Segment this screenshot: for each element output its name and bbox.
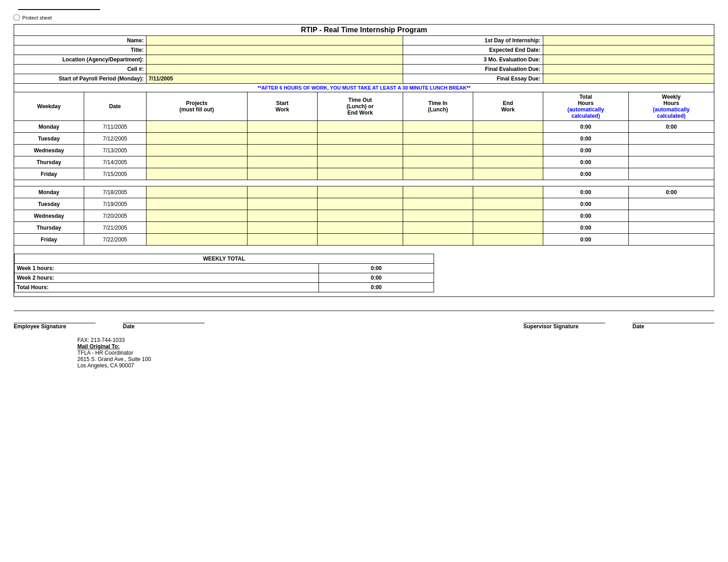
w2-tue-timeout[interactable] (317, 198, 403, 210)
title-bar-line (18, 9, 100, 10)
w1-tue-weekday: Tuesday (14, 133, 84, 145)
payroll-row: Start of Payroll Period (Monday): 7/11/2… (14, 74, 714, 84)
w2-thu-timeout[interactable] (317, 222, 403, 234)
w1-tue-start[interactable] (247, 133, 317, 145)
w2-mon-timeout[interactable] (317, 186, 403, 198)
w1-wed-timein[interactable] (403, 145, 473, 156)
employee-sig-pair: Employee Signature Date (14, 315, 205, 330)
w1-thu-timein[interactable] (403, 156, 473, 168)
w1-tue-end[interactable] (473, 133, 543, 145)
w1-tue-timein[interactable] (403, 133, 473, 145)
week1-thursday-row: Thursday 7/14/2005 0:00 (14, 156, 714, 168)
weekly-total-table: WEEKLY TOTAL Week 1 hours: 0:00 Week 2 h… (14, 254, 434, 292)
w2-wed-date: 7/20/2005 (84, 210, 146, 222)
w1-thu-date: 7/14/2005 (84, 156, 146, 168)
w1-tue-timeout[interactable] (317, 133, 403, 145)
w1-mon-weekday: Monday (14, 121, 84, 133)
expected-end-input[interactable] (543, 45, 714, 55)
name-input[interactable] (146, 36, 403, 45)
mail-line2: 2615 S. Grand Ave., Suite 100 (77, 356, 714, 362)
w1-mon-timeout[interactable] (317, 121, 403, 133)
w2-tue-end[interactable] (473, 198, 543, 210)
fax-line: FAX: 213-744-1033 (77, 337, 714, 343)
first-day-input[interactable] (543, 36, 714, 45)
w2-wed-projects[interactable] (146, 210, 247, 222)
w1-mon-projects[interactable] (146, 121, 247, 133)
w2-tue-timein[interactable] (403, 198, 473, 210)
eval-3mo-input[interactable] (543, 55, 714, 65)
w2-fri-timeout[interactable] (317, 234, 403, 246)
title-field-row: Title: Expected End Date: (14, 45, 714, 55)
form-title: RTIP - Real Time Internship Program (14, 25, 714, 36)
col-total-hours: TotalHours(automaticallycalculated) (543, 92, 628, 121)
title-input[interactable] (146, 45, 403, 55)
footer-section: FAX: 213-744-1033 Mail Original To: TFLA… (77, 337, 714, 369)
w1-wed-projects[interactable] (146, 145, 247, 156)
w2-thu-end[interactable] (473, 222, 543, 234)
w1-wed-start[interactable] (247, 145, 317, 156)
w1-thu-projects[interactable] (146, 156, 247, 168)
w2-thu-date: 7/21/2005 (84, 222, 146, 234)
w2-fri-start[interactable] (247, 234, 317, 246)
w1-tue-projects[interactable] (146, 133, 247, 145)
w1-thu-end[interactable] (473, 156, 543, 168)
w2-fri-end[interactable] (473, 234, 543, 246)
w1-fri-date: 7/15/2005 (84, 168, 146, 180)
w1-fri-timeout[interactable] (317, 168, 403, 180)
w2-mon-weekly: 0:00 (628, 186, 714, 198)
w1-mon-timein[interactable] (403, 121, 473, 133)
location-input[interactable] (146, 55, 403, 65)
w2-mon-end[interactable] (473, 186, 543, 198)
w1-thu-total: 0:00 (543, 156, 628, 168)
location-row: Location (Agency/Department): 3 Mo. Eval… (14, 55, 714, 65)
w1-thu-weekday: Thursday (14, 156, 84, 168)
w2-thu-projects[interactable] (146, 222, 247, 234)
w2-thu-timein[interactable] (403, 222, 473, 234)
w1-thu-timeout[interactable] (317, 156, 403, 168)
w2-thu-start[interactable] (247, 222, 317, 234)
w1-wed-weekly (628, 145, 714, 156)
w2-mon-start[interactable] (247, 186, 317, 198)
w1-fri-start[interactable] (247, 168, 317, 180)
w2-mon-projects[interactable] (146, 186, 247, 198)
w2-wed-timeout[interactable] (317, 210, 403, 222)
protect-sheet-checkbox-row[interactable]: Protect sheet (14, 15, 714, 20)
w2-tue-projects[interactable] (146, 198, 247, 210)
w2-fri-timein[interactable] (403, 234, 473, 246)
week1-tuesday-row: Tuesday 7/12/2005 0:00 (14, 133, 714, 145)
w1-fri-end[interactable] (473, 168, 543, 180)
w1-wed-timeout[interactable] (317, 145, 403, 156)
main-table: RTIP - Real Time Internship Program Name… (14, 24, 714, 297)
w1-fri-timein[interactable] (403, 168, 473, 180)
final-eval-input[interactable] (543, 65, 714, 74)
w2-tue-date: 7/19/2005 (84, 198, 146, 210)
title-label: Title: (14, 45, 147, 55)
protect-sheet-checkbox[interactable] (14, 15, 20, 20)
column-headers-row: Weekday Date Projects(must fill out) Sta… (14, 92, 714, 121)
w2-thu-total: 0:00 (543, 222, 628, 234)
cell-row: Cell #: Final Evaluation Due: (14, 65, 714, 74)
cell-input[interactable] (146, 65, 403, 74)
w2-wed-start[interactable] (247, 210, 317, 222)
final-essay-input[interactable] (543, 74, 714, 84)
w1-mon-end[interactable] (473, 121, 543, 133)
w2-wed-end[interactable] (473, 210, 543, 222)
employee-sig-item: Employee Signature (14, 315, 96, 330)
payroll-value[interactable]: 7/11/2005 (146, 74, 403, 84)
w2-wed-timein[interactable] (403, 210, 473, 222)
w1-wed-end[interactable] (473, 145, 543, 156)
bottom-spacer-row (14, 292, 714, 297)
col-end-work: EndWork (473, 92, 543, 121)
wt-week1-value: 0:00 (319, 263, 434, 273)
w1-thu-start[interactable] (247, 156, 317, 168)
w2-tue-start[interactable] (247, 198, 317, 210)
w1-fri-projects[interactable] (146, 168, 247, 180)
week2-tuesday-row: Tuesday 7/19/2005 0:00 (14, 198, 714, 210)
w1-tue-total: 0:00 (543, 133, 628, 145)
final-essay-label: Final Essay Due: (403, 74, 543, 84)
cell-label: Cell #: (14, 65, 147, 74)
w2-mon-timein[interactable] (403, 186, 473, 198)
w1-mon-start[interactable] (247, 121, 317, 133)
w2-fri-projects[interactable] (146, 234, 247, 246)
supervisor-sig-label: Supervisor Signature (523, 323, 605, 330)
